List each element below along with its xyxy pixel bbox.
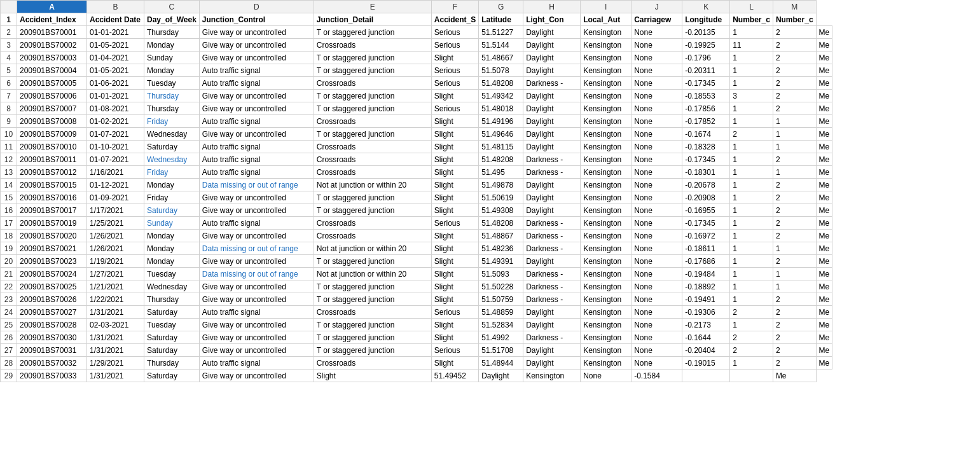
cell-number-vehicles: 1 <box>773 242 816 255</box>
col-header-g[interactable]: G <box>479 1 523 13</box>
cell-accident-index: 200901BS70002 <box>17 39 87 52</box>
cell-longitude: -0.19484 <box>682 268 730 280</box>
cell-latitude: 51.48236 <box>479 242 523 255</box>
cell-junction-control: Data missing or out of range <box>199 179 314 191</box>
cell-junction-detail: Not at junction or within 20 <box>314 179 431 191</box>
cell-local-authority: Kensington <box>581 26 631 39</box>
cell-accident-index: 200901BS70024 <box>17 268 87 280</box>
cell-number-casualties <box>730 370 773 382</box>
col-header-f[interactable]: F <box>431 1 478 13</box>
col-header-m[interactable]: M <box>773 1 816 13</box>
cell-light-condition: Daylight <box>523 344 581 357</box>
cell-number-vehicles: 2 <box>773 217 816 230</box>
cell-accident-date: 01-04-2021 <box>87 52 144 64</box>
col-header-d[interactable]: D <box>199 1 314 13</box>
table-row: 27200901BS700311/31/2021SaturdayGive way… <box>1 344 832 357</box>
col-header-i[interactable]: I <box>581 1 631 13</box>
cell-longitude: -0.17856 <box>682 102 730 115</box>
cell-accident-date: 01-05-2021 <box>87 39 144 52</box>
cell-latitude: 51.50619 <box>479 191 523 204</box>
cell-day-of-week: Monday <box>144 39 200 52</box>
cell-accident-date: 1/31/2021 <box>87 331 144 344</box>
cell-junction-control: Give way or uncontrolled <box>199 90 314 102</box>
cell-junction-control: Auto traffic signal <box>199 141 314 153</box>
col-header-a[interactable]: A <box>17 1 87 13</box>
table-row: 19200901BS700211/26/2021MondayData missi… <box>1 242 832 255</box>
cell-accident-index: 200901BS70012 <box>17 166 87 179</box>
col-header-e[interactable]: E <box>314 1 431 13</box>
cell-day-of-week: Wednesday <box>144 153 200 166</box>
cell-longitude: -0.18328 <box>682 141 730 153</box>
cell-undefined: Me <box>816 191 832 204</box>
cell-latitude: 51.48208 <box>479 153 523 166</box>
cell-day-of-week: Tuesday <box>144 268 200 280</box>
cell-accident-date: 1/31/2021 <box>87 306 144 319</box>
table-row: 18200901BS700201/26/2021MondayGive way o… <box>1 230 832 242</box>
cell-local-authority: Kensington <box>581 39 631 52</box>
cell-number-vehicles: 2 <box>773 255 816 268</box>
cell-accident-severity: Slight <box>431 319 478 331</box>
col-header-j[interactable]: J <box>631 1 682 13</box>
cell-longitude: -0.19491 <box>682 293 730 306</box>
spreadsheet-table: A B C D E F G H I J K L M 1 Accident_Ind… <box>0 0 832 382</box>
cell-junction-detail: Crossroads <box>314 230 431 242</box>
cell-carriageway: None <box>631 141 682 153</box>
cell-light-condition: Daylight <box>523 52 581 64</box>
cell-local-authority: None <box>581 370 631 382</box>
cell-day-of-week: Monday <box>144 242 200 255</box>
column-header-row[interactable]: A B C D E F G H I J K L M <box>1 1 832 13</box>
cell-accident-severity: Serious <box>431 344 478 357</box>
cell-local-authority: Kensington <box>581 141 631 153</box>
col-header-k[interactable]: K <box>682 1 730 13</box>
cell-local-authority: Kensington <box>581 293 631 306</box>
cell-number-vehicles: 2 <box>773 230 816 242</box>
row-num-3: 3 <box>1 39 17 52</box>
cell-day-of-week: Friday <box>144 191 200 204</box>
cell-carriageway: None <box>631 77 682 90</box>
cell-number-casualties: 1 <box>730 77 773 90</box>
cell-accident-severity: Serious <box>431 217 478 230</box>
cell-longitude: -0.1644 <box>682 331 730 344</box>
cell-carriageway: None <box>631 293 682 306</box>
cell-longitude: -0.20404 <box>682 344 730 357</box>
row-num-7: 7 <box>1 90 17 102</box>
cell-day-of-week: Thursday <box>144 102 200 115</box>
cell-junction-detail: T or staggered junction <box>314 26 431 39</box>
row-num-24: 24 <box>1 306 17 319</box>
cell-day-of-week: Tuesday <box>144 319 200 331</box>
cell-accident-index: 200901BS70020 <box>17 230 87 242</box>
cell-junction-detail: Crossroads <box>314 306 431 319</box>
cell-latitude: 51.48208 <box>479 77 523 90</box>
cell-junction-control: Give way or uncontrolled <box>199 39 314 52</box>
cell-longitude: -0.20908 <box>682 191 730 204</box>
cell-accident-severity: Slight <box>431 153 478 166</box>
cell-accident-severity: Slight <box>431 90 478 102</box>
col-header-l[interactable]: L <box>730 1 773 13</box>
table-row: 12200901BS7001101-07-2021WednesdayAuto t… <box>1 153 832 166</box>
cell-local-authority: Kensington <box>581 128 631 141</box>
cell-accident-severity: 51.49452 <box>431 370 478 382</box>
cell-light-condition: Daylight <box>523 306 581 319</box>
cell-junction-detail: T or staggered junction <box>314 128 431 141</box>
cell-latitude: Daylight <box>479 370 523 382</box>
col-header-c[interactable]: C <box>144 1 200 13</box>
cell-number-vehicles: 1 <box>773 268 816 280</box>
cell-day-of-week: Sunday <box>144 217 200 230</box>
col-header-b[interactable]: B <box>87 1 144 13</box>
row-num-1: 1 <box>1 13 17 26</box>
cell-junction-control: Give way or uncontrolled <box>199 280 314 293</box>
cell-longitude: -0.19306 <box>682 306 730 319</box>
cell-undefined: Me <box>816 217 832 230</box>
cell-light-condition: Darkness - <box>523 293 581 306</box>
cell-number-vehicles: 2 <box>773 357 816 370</box>
cell-junction-control: Auto traffic signal <box>199 217 314 230</box>
cell-longitude: -0.18553 <box>682 90 730 102</box>
cell-latitude: 51.49196 <box>479 115 523 128</box>
cell-longitude: -0.17686 <box>682 255 730 268</box>
col-header-h[interactable]: H <box>523 1 581 13</box>
cell-junction-detail: Crossroads <box>314 153 431 166</box>
cell-carriageway: None <box>631 64 682 77</box>
cell-number-vehicles: 2 <box>773 64 816 77</box>
cell-undefined: Me <box>816 102 832 115</box>
cell-accident-severity: Slight <box>431 331 478 344</box>
